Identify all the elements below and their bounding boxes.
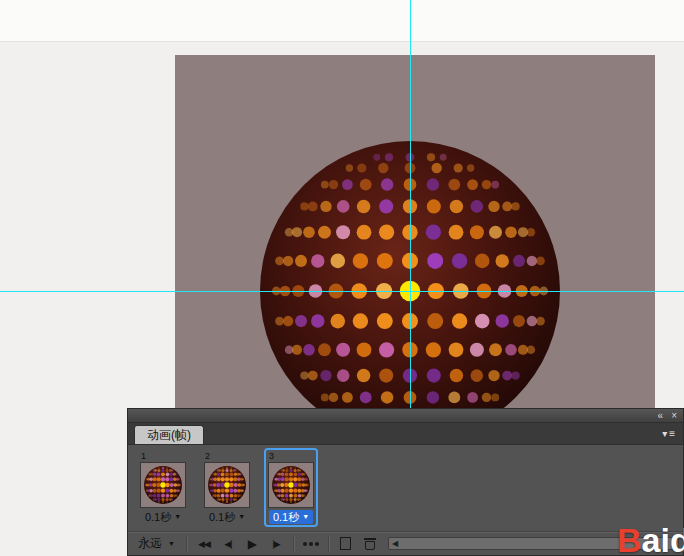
horizontal-guide (0, 291, 684, 292)
duplicate-frame-button[interactable] (334, 534, 358, 554)
frame-thumbnail[interactable] (204, 462, 250, 508)
tween-dot-icon (309, 542, 313, 546)
delay-dropdown-arrow: ▼ (238, 510, 245, 524)
panel-menu-icon[interactable]: ▾ ≡ (662, 423, 675, 444)
tab-animation-frames[interactable]: 动画(帧) (134, 425, 204, 444)
close-panel-icon[interactable]: × (671, 411, 677, 421)
delay-dropdown-arrow: ▼ (174, 510, 181, 524)
vertical-guide (410, 0, 411, 409)
new-frame-page-icon (340, 537, 351, 550)
frame-delay-value: 0.1秒 (273, 510, 299, 524)
animation-frame-2[interactable]: 2 0.1秒 ▼ (200, 448, 254, 527)
tween-dot-icon (315, 542, 319, 546)
document-canvas (175, 55, 655, 409)
frame-thumb-image (205, 463, 249, 507)
panel-header: « × (128, 409, 683, 423)
play-button[interactable]: ▶ (240, 534, 264, 554)
window-top-area (0, 0, 684, 42)
animation-frame-1[interactable]: 1 0.1秒 ▼ (136, 448, 190, 527)
frame-number: 1 (141, 451, 146, 462)
tween-dot-icon (303, 542, 307, 546)
frame-delay-value: 0.1秒 (145, 510, 171, 524)
trash-icon (364, 537, 376, 551)
frame-delay-selector[interactable]: 0.1秒 ▼ (205, 510, 249, 524)
frame-delay-selector[interactable]: 0.1秒 ▼ (269, 510, 313, 524)
scroll-left-arrow-icon[interactable]: ◀ (389, 539, 398, 548)
frame-thumbnail[interactable] (140, 462, 186, 508)
frame-delay-value: 0.1秒 (209, 510, 235, 524)
previous-frame-button[interactable]: ◀| (216, 534, 240, 554)
loop-label: 永远 (138, 535, 162, 552)
first-frame-button[interactable]: ◀◀ (192, 534, 216, 554)
menu-arrow-icon: ▾ (662, 428, 667, 439)
animation-controls-bar: 永远 ▼ ◀◀ ◀| ▶ |▶ ◀ (128, 531, 683, 555)
frame-delay-selector[interactable]: 0.1秒 ▼ (141, 510, 185, 524)
loop-count-selector[interactable]: 永远 ▼ (136, 535, 181, 552)
frames-scrollbar[interactable]: ◀ (388, 537, 679, 550)
tween-button[interactable] (299, 534, 323, 554)
panel-tab-bar: 动画(帧) ▾ ≡ (128, 423, 683, 445)
loop-dropdown-arrow: ▼ (168, 540, 175, 547)
menu-lines-icon: ≡ (669, 428, 675, 439)
frame-number: 2 (205, 451, 210, 462)
animation-panel: « × 动画(帧) ▾ ≡ 1 0.1秒 ▼ 2 (127, 408, 684, 556)
frame-thumbnail[interactable] (268, 462, 314, 508)
next-frame-button[interactable]: |▶ (264, 534, 288, 554)
delete-frame-button[interactable] (358, 534, 382, 554)
divider (328, 536, 329, 552)
divider (293, 536, 294, 552)
delay-dropdown-arrow: ▼ (302, 510, 309, 524)
animation-frame-3[interactable]: 3 0.1秒 ▼ (264, 448, 318, 527)
divider (186, 536, 187, 552)
collapse-panel-icon[interactable]: « (658, 411, 664, 421)
frame-thumb-image (141, 463, 185, 507)
frame-number: 3 (269, 451, 274, 462)
frame-thumb-image (269, 463, 313, 507)
frames-strip: 1 0.1秒 ▼ 2 0.1秒 ▼ 3 (128, 445, 683, 531)
